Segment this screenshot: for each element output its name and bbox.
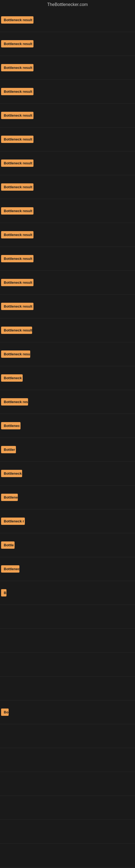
bottleneck-row xyxy=(0,772,135,796)
bottleneck-row xyxy=(0,844,135,867)
bottleneck-badge[interactable]: Bottleneck result xyxy=(1,231,34,239)
bottleneck-badge[interactable]: Bottlenec xyxy=(1,565,19,572)
bottleneck-badge[interactable]: Bottleneck r xyxy=(1,518,25,525)
bottleneck-row: Bo xyxy=(0,701,135,724)
bottleneck-badge[interactable]: Bottleneck result xyxy=(1,112,34,119)
bottleneck-badge[interactable]: Bottleneck resu xyxy=(1,350,30,358)
bottleneck-row: Bottlenec xyxy=(0,414,135,438)
bottleneck-row: Bottleneck result xyxy=(0,271,135,294)
bottleneck-row: B xyxy=(0,581,135,605)
bottleneck-row xyxy=(0,724,135,748)
bottleneck-badge[interactable]: Bottleneck result xyxy=(1,159,34,167)
bottleneck-badge[interactable]: Bottleneck xyxy=(1,374,23,382)
bottleneck-row: Bottleneck res xyxy=(0,390,135,414)
bottleneck-row: Bottleneck result xyxy=(0,318,135,342)
bottleneck-row: Bottleneck result xyxy=(0,294,135,318)
bottleneck-row: Bottleneck result xyxy=(0,151,135,175)
bottleneck-badge[interactable]: Bottleneck result xyxy=(1,207,34,215)
bottleneck-row xyxy=(0,677,135,701)
bottleneck-badge[interactable]: Bottleneck xyxy=(1,470,22,477)
bottleneck-badge[interactable]: Bottleneck result xyxy=(1,135,34,143)
bottleneck-badge[interactable]: Bottler xyxy=(1,446,16,453)
bottleneck-badge[interactable]: B xyxy=(1,589,6,596)
bottleneck-badge[interactable]: Bo xyxy=(1,709,9,716)
bottleneck-badge[interactable]: Bottleneck result xyxy=(1,255,34,262)
bottleneck-row: Bottleneck result xyxy=(0,56,135,80)
bottleneck-row: Bottleneck result xyxy=(0,32,135,56)
bottleneck-badge[interactable]: Bottleneck result xyxy=(1,16,34,24)
bottleneck-row xyxy=(0,629,135,653)
bottleneck-row xyxy=(0,796,135,820)
bottleneck-badge[interactable]: Bottle xyxy=(1,541,14,549)
bottleneck-row: Bottleneck result xyxy=(0,247,135,271)
bottleneck-row xyxy=(0,820,135,844)
bottleneck-badge[interactable]: Bottleneck result xyxy=(1,40,34,48)
bottleneck-row: Bottleneck result xyxy=(0,223,135,247)
bottleneck-row xyxy=(0,653,135,677)
bottleneck-badge[interactable]: Bottlenec xyxy=(1,422,20,429)
bottleneck-row: Bottle xyxy=(0,533,135,557)
bottleneck-row xyxy=(0,748,135,772)
bottleneck-row: Bottleneck result xyxy=(0,80,135,104)
bottleneck-row: Bottleneck result xyxy=(0,104,135,127)
site-title: TheBottlenecker.com xyxy=(0,0,135,8)
bottleneck-row: Bottleneck result xyxy=(0,175,135,199)
bottleneck-badge[interactable]: Bottleneck result xyxy=(1,64,34,71)
bottleneck-row xyxy=(0,605,135,629)
bottleneck-badge[interactable]: Bottleneck res xyxy=(1,398,28,405)
bottleneck-row: Bottleneck result xyxy=(0,127,135,151)
bottleneck-row: Bottleneck result xyxy=(0,8,135,32)
bottleneck-badge[interactable]: Bottleneck result xyxy=(1,183,34,191)
bottleneck-row: Bottlene xyxy=(0,486,135,509)
bottleneck-row: Bottleneck r xyxy=(0,509,135,533)
bottleneck-row: Bottleneck resu xyxy=(0,342,135,366)
bottleneck-row: Bottler xyxy=(0,438,135,462)
bottleneck-row: Bottlenec xyxy=(0,557,135,581)
bottleneck-row: Bottleneck result xyxy=(0,199,135,223)
bottleneck-row: Bottleneck xyxy=(0,366,135,390)
bottleneck-badge[interactable]: Bottleneck result xyxy=(1,88,34,95)
bottleneck-badge[interactable]: Bottleneck result xyxy=(1,303,34,310)
bottleneck-badge[interactable]: Bottleneck result xyxy=(1,279,34,286)
bottleneck-badge[interactable]: Bottleneck result xyxy=(1,327,32,334)
bottleneck-badge[interactable]: Bottlene xyxy=(1,494,18,501)
bottleneck-row: Bottleneck xyxy=(0,462,135,486)
